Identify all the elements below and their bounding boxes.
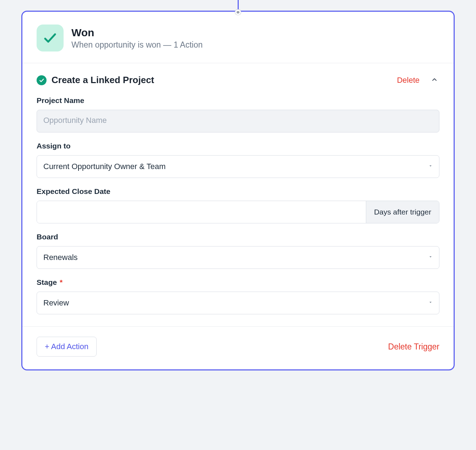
- project-name-input[interactable]: Opportunity Name: [37, 110, 439, 132]
- close-date-input[interactable]: [37, 201, 366, 223]
- status-check-icon: [37, 75, 47, 85]
- trigger-subtitle: When opportunity is won — 1 Action: [71, 40, 202, 50]
- delete-trigger-button[interactable]: Delete Trigger: [388, 342, 439, 352]
- connector-node-icon: [235, 10, 241, 15]
- won-check-icon: [37, 25, 64, 51]
- card-header: Won When opportunity is won — 1 Action: [22, 12, 454, 63]
- trigger-title: Won: [71, 27, 202, 39]
- delete-action-button[interactable]: Delete: [397, 76, 420, 85]
- stage-label: Stage *: [37, 278, 439, 287]
- action-section: Create a Linked Project Delete Project N…: [22, 63, 454, 327]
- close-date-label: Expected Close Date: [37, 187, 439, 196]
- workflow-connector: [234, 0, 242, 15]
- card-footer: + Add Action Delete Trigger: [22, 327, 454, 369]
- assign-to-select[interactable]: Current Opportunity Owner & Team: [37, 155, 439, 178]
- project-name-label: Project Name: [37, 96, 439, 105]
- chevron-up-icon: [431, 76, 438, 84]
- collapse-toggle[interactable]: [429, 75, 439, 85]
- board-select[interactable]: Renewals: [37, 246, 439, 269]
- add-action-button[interactable]: + Add Action: [37, 337, 97, 357]
- close-date-addon: Days after trigger: [366, 201, 439, 223]
- action-title: Create a Linked Project: [52, 75, 154, 86]
- stage-select[interactable]: Review: [37, 292, 439, 314]
- board-label: Board: [37, 233, 439, 241]
- assign-to-label: Assign to: [37, 142, 439, 150]
- trigger-card: Won When opportunity is won — 1 Action C…: [21, 11, 455, 370]
